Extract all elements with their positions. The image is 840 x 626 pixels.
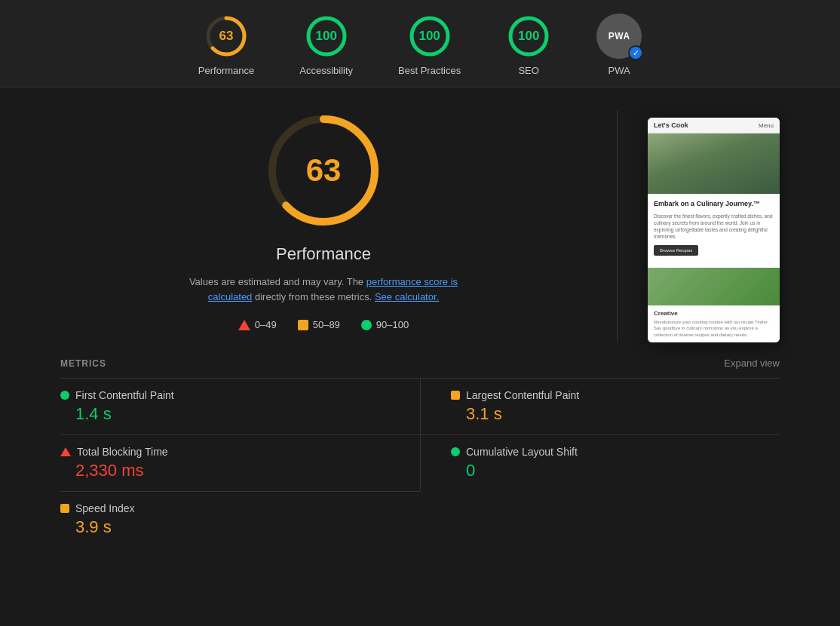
seo-label: SEO bbox=[518, 65, 538, 76]
browser-preview: Let's Cook Menu Embark on a Culinary Jou… bbox=[648, 118, 780, 342]
fcp-status-icon bbox=[60, 391, 69, 400]
metrics-grid: First Contentful Paint 1.4 s Largest Con… bbox=[60, 378, 780, 548]
browser-footer: Creative Revolutionize your cooking rout… bbox=[648, 305, 780, 342]
score-circle-seo: 100 bbox=[506, 14, 551, 59]
legend-pass-range: 90–100 bbox=[376, 319, 409, 330]
score-item-performance[interactable]: 63 Performance bbox=[198, 14, 254, 76]
tbt-status-icon bbox=[60, 447, 71, 456]
metrics-section: METRICS Expand view First Contentful Pai… bbox=[0, 357, 840, 570]
accessibility-label: Accessibility bbox=[299, 65, 353, 76]
top-bar: 63 Performance 100 Accessibility 100 Bes… bbox=[0, 0, 840, 87]
footer-desc: Revolutionize your cooking routine with … bbox=[654, 319, 774, 338]
browser-headline: Embark on a Culinary Journey.™ bbox=[654, 200, 774, 209]
fcp-value: 1.4 s bbox=[60, 404, 390, 424]
fcp-name: First Contentful Paint bbox=[75, 389, 174, 401]
score-item-pwa[interactable]: PWA ✓ PWA bbox=[596, 14, 642, 76]
average-icon bbox=[298, 320, 308, 330]
hero-image bbox=[648, 133, 780, 194]
cls-value: 0 bbox=[451, 461, 780, 480]
lcp-name: Largest Contentful Paint bbox=[466, 389, 579, 401]
score-legend: 0–49 50–89 90–100 bbox=[238, 319, 409, 330]
lcp-status-icon bbox=[451, 391, 460, 400]
pwa-badge: PWA ✓ bbox=[596, 14, 642, 59]
pwa-label: PWA bbox=[609, 65, 630, 76]
seo-score: 100 bbox=[518, 29, 539, 44]
browser-preview-panel: Let's Cook Menu Embark on a Culinary Jou… bbox=[648, 118, 780, 342]
metric-si-header: Speed Index bbox=[60, 502, 390, 514]
score-circle-accessibility: 100 bbox=[304, 14, 349, 59]
si-status-icon bbox=[60, 504, 69, 513]
calculator-link[interactable]: See calculator. bbox=[375, 291, 439, 302]
tbt-name: Total Blocking Time bbox=[77, 446, 168, 458]
metrics-title: METRICS bbox=[60, 358, 106, 369]
score-item-accessibility[interactable]: 100 Accessibility bbox=[299, 14, 353, 76]
accessibility-score: 100 bbox=[315, 29, 336, 44]
best-practices-score: 100 bbox=[418, 29, 440, 44]
si-value: 3.9 s bbox=[60, 517, 390, 537]
metric-lcp: Largest Contentful Paint 3.1 s bbox=[420, 378, 780, 434]
pass-icon bbox=[361, 320, 372, 330]
fail-icon bbox=[238, 320, 250, 330]
main-content: 63 Performance Values are estimated and … bbox=[0, 87, 840, 357]
big-performance-score: 63 bbox=[306, 152, 342, 189]
legend-average-range: 50–89 bbox=[313, 319, 340, 330]
metric-cls: Cumulative Layout Shift 0 bbox=[420, 434, 780, 491]
tbt-value: 2,330 ms bbox=[60, 461, 390, 480]
browser-body: Embark on a Culinary Journey.™ Discover … bbox=[648, 194, 780, 268]
cta-button[interactable]: Browse Recipes bbox=[654, 245, 698, 256]
performance-description: Values are estimated and may vary. The p… bbox=[180, 275, 467, 304]
performance-label: Performance bbox=[198, 65, 254, 76]
footer-label: Creative bbox=[654, 310, 774, 317]
score-item-best-practices[interactable]: 100 Best Practices bbox=[398, 14, 461, 76]
vertical-divider bbox=[617, 110, 618, 342]
score-circle-performance: 63 bbox=[204, 14, 249, 59]
cls-name: Cumulative Layout Shift bbox=[466, 446, 578, 458]
browser-body-text: Discover the finest flavors, expertly cr… bbox=[654, 213, 774, 240]
performance-panel: 63 Performance Values are estimated and … bbox=[60, 110, 587, 342]
score-item-seo[interactable]: 100 SEO bbox=[506, 14, 551, 76]
browser-hero bbox=[648, 133, 780, 194]
big-score-ring: 63 bbox=[263, 110, 384, 231]
legend-item-pass: 90–100 bbox=[361, 319, 409, 330]
metric-cls-header: Cumulative Layout Shift bbox=[451, 446, 780, 458]
browser-nav: Let's Cook Menu bbox=[648, 118, 780, 133]
legend-item-fail: 0–49 bbox=[238, 319, 277, 330]
legend-item-average: 50–89 bbox=[298, 319, 340, 330]
metric-fcp-header: First Contentful Paint bbox=[60, 389, 390, 401]
site-name: Let's Cook bbox=[654, 121, 688, 129]
si-name: Speed Index bbox=[75, 502, 135, 514]
pwa-check-icon: ✓ bbox=[628, 45, 643, 60]
expand-view-button[interactable]: Expand view bbox=[724, 357, 780, 369]
score-circle-best-practices: 100 bbox=[407, 14, 452, 59]
cls-status-icon bbox=[451, 447, 460, 456]
best-practices-label: Best Practices bbox=[398, 65, 461, 76]
lcp-value: 3.1 s bbox=[451, 404, 780, 424]
metric-tbt: Total Blocking Time 2,330 ms bbox=[60, 434, 420, 491]
performance-score: 63 bbox=[219, 29, 234, 44]
legend-fail-range: 0–49 bbox=[255, 319, 277, 330]
metric-tbt-header: Total Blocking Time bbox=[60, 446, 390, 458]
footer-image bbox=[648, 268, 780, 305]
menu-text: Menu bbox=[759, 122, 774, 129]
metric-fcp: First Contentful Paint 1.4 s bbox=[60, 378, 420, 434]
performance-title: Performance bbox=[276, 244, 371, 264]
metric-si: Speed Index 3.9 s bbox=[60, 491, 420, 548]
metrics-header: METRICS Expand view bbox=[60, 357, 780, 369]
metric-lcp-header: Largest Contentful Paint bbox=[451, 389, 780, 401]
